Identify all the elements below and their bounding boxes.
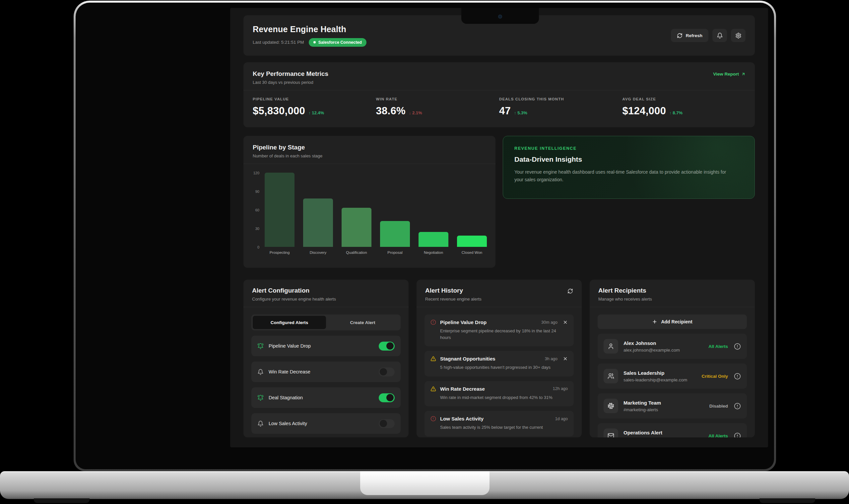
bar-proposal xyxy=(380,221,410,247)
view-report-link[interactable]: View Report xyxy=(713,72,746,76)
recipients-title: Alert Recipients xyxy=(598,287,652,294)
history-refresh-icon[interactable] xyxy=(568,288,573,294)
insight-eyebrow: REVENUE INTELLIGENCE xyxy=(514,146,743,151)
dismiss-button[interactable] xyxy=(563,320,568,325)
metric-deals-closing: DEALS CLOSING THIS MONTH 47 ↑ 5.3% xyxy=(499,97,623,117)
dashboard-screen: Revenue Engine Health Last updated: 5:21… xyxy=(230,8,768,447)
metric-value: $5,830,000 xyxy=(253,105,305,117)
user-icon xyxy=(608,343,614,349)
tab-create-alert[interactable]: Create Alert xyxy=(326,316,399,329)
bar-column: Prospecting xyxy=(265,173,294,254)
refresh-label: Refresh xyxy=(686,33,703,38)
lid-thumb-scoop xyxy=(360,471,489,495)
bar-column: Proposal xyxy=(380,173,410,254)
metric-delta: ↑ 5.3% xyxy=(514,110,527,115)
toggle-win-rate-decrease[interactable] xyxy=(379,367,395,376)
bell-icon xyxy=(257,420,264,427)
alert-circle-icon xyxy=(431,416,436,421)
y-axis: 0306090120 xyxy=(250,173,263,247)
bar-chart: 0306090120 ProspectingDiscoveryQualifica… xyxy=(243,164,496,254)
bell-ring-icon xyxy=(257,395,264,401)
alert-toggle-label: Pipeline Value Drop xyxy=(268,343,311,348)
pipeline-chart-card: Pipeline by Stage Number of deals in eac… xyxy=(243,136,496,268)
recipient-status: All Alerts xyxy=(708,433,728,438)
recipient-row: Marketing Team #marketing-alerts Disable… xyxy=(597,393,747,418)
metric-pipeline-value: PIPELINE VALUE $5,830,000 ↑ 12.4% xyxy=(253,97,376,117)
dismiss-button[interactable] xyxy=(563,356,568,361)
recipient-info-button[interactable] xyxy=(734,343,741,350)
metric-delta: ↑ 8.7% xyxy=(669,110,682,115)
webcam-icon xyxy=(498,15,502,19)
laptop-bezel: Revenue Engine Health Last updated: 5:21… xyxy=(75,3,774,469)
add-recipient-label: Add Recipient xyxy=(661,319,692,324)
users-icon xyxy=(608,373,614,379)
refresh-icon xyxy=(677,33,682,38)
bar-closed-won xyxy=(457,236,487,247)
toggle-knob xyxy=(386,394,394,401)
recipient-info-button[interactable] xyxy=(734,432,741,438)
x-axis-label: Discovery xyxy=(303,251,333,254)
alert-toggle-label: Win Rate Decrease xyxy=(268,369,310,375)
kpi-metrics-row: PIPELINE VALUE $5,830,000 ↑ 12.4% WIN RA… xyxy=(243,90,755,124)
alert-history-subtitle: Recent revenue engine alerts xyxy=(425,296,482,302)
y-axis-tick: 30 xyxy=(255,227,259,231)
salesforce-connected-badge: Salesforce Connected xyxy=(309,38,366,47)
revenue-intelligence-card: REVENUE INTELLIGENCE Data-Driven Insight… xyxy=(503,136,755,199)
y-axis-tick: 120 xyxy=(253,171,259,175)
insight-body: Your revenue engine health dashboard use… xyxy=(514,168,730,183)
history-item-title: Stagnant Opportunities xyxy=(440,356,496,361)
kpi-card: Key Performance Metrics Last 30 days vs … xyxy=(243,62,755,127)
alert-history-panel: Alert History Recent revenue engine aler… xyxy=(417,280,582,437)
tab-configured-alerts[interactable]: Configured Alerts xyxy=(253,316,326,329)
toggle-deal-stagnation[interactable] xyxy=(379,393,395,402)
x-axis-label: Prospecting xyxy=(265,251,294,254)
recipient-detail: #marketing-alerts xyxy=(623,407,661,412)
kpi-head-left: Key Performance Metrics Last 30 days vs … xyxy=(253,70,328,85)
bell-icon xyxy=(257,369,264,375)
bar-column: Negotiation xyxy=(418,173,448,254)
toggle-low-sales-activity[interactable] xyxy=(379,419,395,428)
view-report-label: View Report xyxy=(713,72,739,76)
x-axis-label: Negotiation xyxy=(418,251,448,254)
slack-icon xyxy=(608,402,614,409)
toggle-pipeline-value-drop[interactable] xyxy=(379,342,395,350)
header-actions: Refresh xyxy=(671,29,746,42)
settings-button[interactable] xyxy=(731,29,746,42)
laptop-notch xyxy=(461,8,539,24)
recipient-name: Operations Alert xyxy=(623,430,674,435)
recipient-status: Disabled xyxy=(709,403,728,409)
recipient-info-button[interactable] xyxy=(734,402,741,410)
recipient-row: Alex Johnson alex.johnson@example.com Al… xyxy=(597,334,747,359)
history-item-time: 1d ago xyxy=(555,416,568,421)
bar-prospecting xyxy=(265,173,294,247)
alert-configuration-panel: Alert Configuration Configure your reven… xyxy=(243,280,409,437)
x-axis-label: Qualification xyxy=(342,251,371,254)
plus-icon xyxy=(652,319,657,324)
alert-config-tabs: Configured Alerts Create Alert xyxy=(252,314,401,330)
recipient-name: Marketing Team xyxy=(623,400,661,406)
info-circle-icon xyxy=(734,402,741,410)
gear-icon xyxy=(735,33,742,39)
recipient-detail: sales-leadership@example.com xyxy=(623,377,687,382)
y-axis-tick: 60 xyxy=(255,208,259,212)
alert-toggle-row: Low Sales Activity xyxy=(252,413,401,434)
bell-icon xyxy=(717,33,723,39)
y-axis-tick: 0 xyxy=(257,245,259,249)
chart-title: Pipeline by Stage xyxy=(253,144,486,151)
kpi-title: Key Performance Metrics xyxy=(253,70,328,77)
metric-label: AVG DEAL SIZE xyxy=(623,97,746,101)
refresh-button[interactable]: Refresh xyxy=(671,29,708,42)
recipient-info-button[interactable] xyxy=(734,373,741,380)
history-item: Win Rate Decrease 12h ago Win rate in mi… xyxy=(424,381,574,407)
history-item: Pipeline Value Drop 30m ago Enterprise s… xyxy=(424,314,574,346)
alert-triangle-icon xyxy=(431,386,436,392)
info-circle-icon xyxy=(734,432,741,438)
metric-delta: ↑ 12.4% xyxy=(308,110,324,115)
recipient-name: Alex Johnson xyxy=(623,340,680,346)
info-circle-icon xyxy=(734,343,741,350)
notifications-button[interactable] xyxy=(712,29,727,42)
insight-title: Data-Driven Insights xyxy=(514,156,743,163)
x-axis-label: Closed Won xyxy=(457,251,487,254)
add-recipient-button[interactable]: Add Recipient xyxy=(597,314,747,329)
metric-delta: ↓ 2.1% xyxy=(409,110,422,115)
